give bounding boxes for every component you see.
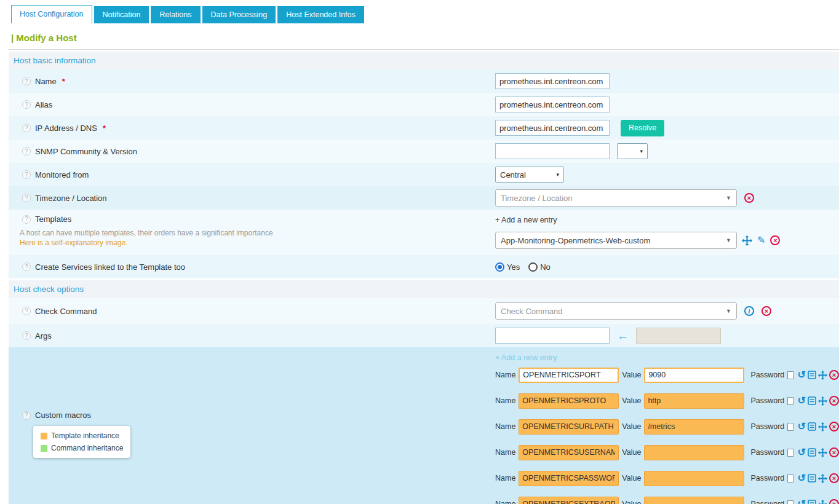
macro-password-checkbox[interactable] [787, 397, 793, 405]
macro-value-input[interactable] [644, 393, 744, 409]
name-input[interactable] [495, 73, 610, 89]
macro-move-icon[interactable] [818, 422, 827, 431]
macro-description-icon[interactable] [808, 422, 816, 431]
move-icon[interactable] [742, 235, 752, 246]
help-icon[interactable]: ? [22, 331, 31, 340]
edit-pencil-icon[interactable]: ✎ [757, 235, 765, 245]
macro-name-input[interactable] [519, 393, 619, 409]
help-icon[interactable]: ? [22, 307, 31, 315]
form-content: Host basic information ? Name * ? Alias … [9, 52, 839, 504]
macro-name-input[interactable] [519, 471, 619, 486]
macro-description-icon[interactable] [808, 500, 816, 504]
macro-value-input[interactable] [644, 497, 744, 504]
macro-move-icon[interactable] [818, 474, 827, 483]
check-command-clear-icon[interactable]: × [761, 306, 771, 316]
macro-name-input[interactable] [519, 368, 619, 383]
macro-undo-icon[interactable]: ↺ [798, 447, 806, 457]
macro-undo-icon[interactable]: ↺ [798, 473, 806, 483]
macro-value-input[interactable] [644, 445, 744, 460]
snmp-version-select[interactable]: ▾ [617, 143, 648, 159]
args-input[interactable] [495, 328, 610, 344]
help-icon[interactable]: ? [22, 215, 31, 224]
macro-value-input[interactable] [644, 471, 744, 486]
section-title: Host check options [14, 285, 84, 294]
macro-row: Name Value Password ↺ × [495, 465, 839, 491]
macro-move-icon[interactable] [818, 500, 827, 504]
timezone-label: Timezone / Location [35, 194, 107, 203]
help-icon[interactable]: ? [22, 100, 31, 109]
macro-name-label: Name [495, 500, 515, 504]
tab-host-configuration[interactable]: Host Configuration [11, 5, 92, 23]
macro-value-label: Value [622, 422, 641, 431]
macro-move-icon[interactable] [818, 396, 827, 406]
tab-relations[interactable]: Relations [151, 6, 200, 23]
macro-delete-icon[interactable]: × [829, 447, 839, 457]
ip-address-input[interactable] [495, 120, 610, 136]
macro-undo-icon[interactable]: ↺ [798, 370, 806, 380]
timezone-select[interactable]: Timezone / Location ▼ [495, 189, 737, 207]
help-icon[interactable]: ? [22, 77, 31, 85]
macro-description-icon[interactable] [808, 448, 816, 457]
macro-add-entry-link[interactable]: + Add a new entry [495, 348, 839, 362]
template-delete-icon[interactable]: × [770, 235, 780, 245]
macro-undo-icon[interactable]: ↺ [798, 422, 806, 431]
macro-delete-icon[interactable]: × [829, 473, 839, 483]
check-command-select[interactable]: Check Command ▼ [495, 302, 737, 320]
macro-name-input[interactable] [519, 497, 619, 504]
macro-password-checkbox[interactable] [787, 449, 793, 457]
macro-password-label: Password [750, 422, 784, 431]
tab-host-extended-infos[interactable]: Host Extended Infos [277, 6, 364, 23]
macro-delete-icon[interactable]: × [829, 499, 839, 504]
macro-description-icon[interactable] [808, 396, 816, 405]
templates-example-link[interactable]: Here is a self-explanatory image. [9, 238, 495, 247]
command-inheritance-swatch [41, 445, 47, 452]
create-services-yes-radio[interactable] [495, 262, 504, 272]
custom-macros-section: ? Custom macros Template inheritance Com… [9, 347, 839, 504]
resolve-button[interactable]: Resolve [621, 120, 664, 136]
row-templates: ? Templates A host can have multiple tem… [9, 210, 839, 255]
macro-value-input[interactable] [644, 368, 744, 383]
help-icon[interactable]: ? [22, 147, 31, 156]
help-icon[interactable]: ? [22, 411, 31, 420]
timezone-clear-icon[interactable]: × [744, 193, 754, 203]
macro-password-checkbox[interactable] [787, 371, 793, 379]
tab-data-processing[interactable]: Data Processing [202, 6, 276, 23]
help-icon[interactable]: ? [22, 170, 31, 179]
help-icon[interactable]: ? [22, 194, 31, 202]
templates-add-entry-link[interactable]: + Add a new entry [495, 216, 780, 224]
create-services-no-radio[interactable] [528, 262, 538, 272]
macro-move-icon[interactable] [818, 371, 827, 380]
macro-row: Name Value Password ↺ × [495, 362, 839, 388]
macro-undo-icon[interactable]: ↺ [798, 499, 806, 504]
template-select[interactable]: App-Monitoring-Openmetrics-Web-custom ▼ [495, 232, 737, 249]
macro-name-label: Name [495, 448, 515, 457]
row-monitored-from: ? Monitored from Central ▾ [9, 163, 839, 186]
check-command-info-icon[interactable]: i [744, 306, 754, 316]
chevron-down-icon: ▼ [726, 308, 731, 314]
monitored-from-select[interactable]: Central ▾ [495, 167, 564, 183]
macro-delete-icon[interactable]: × [829, 370, 839, 380]
arrow-left-icon: ← [617, 330, 629, 342]
help-icon[interactable]: ? [22, 124, 31, 132]
section-title: Host basic information [14, 56, 96, 65]
macro-name-input[interactable] [519, 445, 619, 460]
macro-delete-icon[interactable]: × [829, 422, 839, 431]
macro-value-input[interactable] [644, 419, 744, 435]
macro-password-checkbox[interactable] [787, 423, 793, 431]
macro-name-input[interactable] [519, 419, 619, 435]
macro-password-checkbox[interactable] [787, 500, 793, 504]
snmp-community-input[interactable] [495, 143, 610, 159]
alias-input[interactable] [495, 96, 610, 112]
macro-move-icon[interactable] [818, 448, 827, 457]
macro-value-label: Value [622, 500, 641, 504]
macro-undo-icon[interactable]: ↺ [798, 396, 806, 406]
snmp-label: SNMP Community & Version [35, 147, 137, 156]
row-create-services: ? Create Services linked to the Template… [9, 255, 839, 278]
help-icon[interactable]: ? [22, 262, 31, 271]
macro-delete-icon[interactable]: × [829, 396, 839, 406]
macro-description-icon[interactable] [808, 371, 816, 379]
chevron-down-icon: ▼ [726, 237, 731, 243]
tab-notification[interactable]: Notification [94, 6, 149, 23]
macro-password-checkbox[interactable] [787, 474, 793, 482]
macro-description-icon[interactable] [808, 474, 816, 482]
